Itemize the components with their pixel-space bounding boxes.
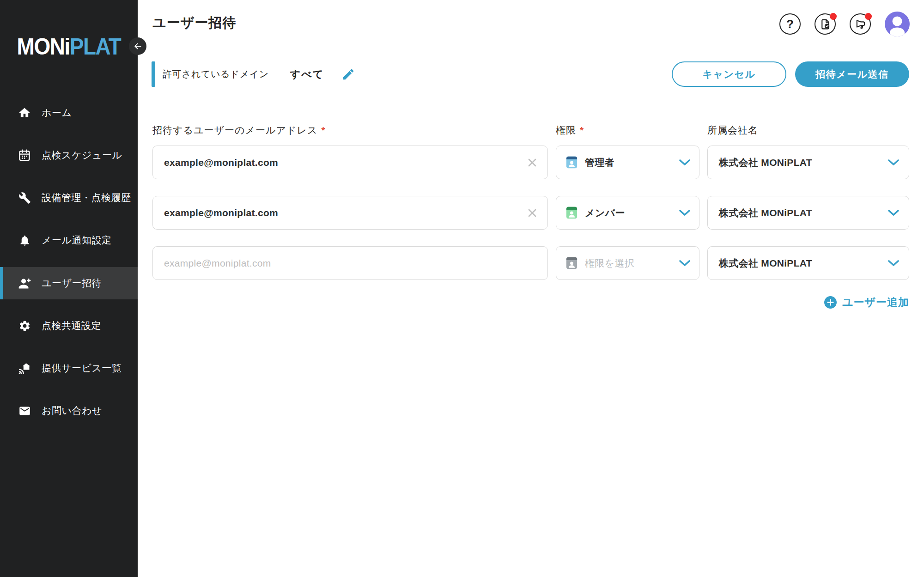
invite-row-1: 管理者 株式会社 MONiPLAT (152, 146, 909, 179)
clear-email-button[interactable] (526, 157, 538, 169)
logo-text-blue: PLAT (70, 34, 121, 60)
sidebar-item-user-invite[interactable]: ユーザー招待 (0, 267, 138, 299)
sidebar-item-equipment-history[interactable]: 設備管理・点検履歴 (0, 182, 138, 214)
role-badge-icon (565, 206, 579, 220)
header-icons: ? (779, 12, 910, 36)
close-icon (526, 157, 538, 169)
cancel-button[interactable]: キャンセル (672, 61, 786, 87)
sidebar-item-label: メール通知設定 (42, 234, 111, 247)
plus-circle-icon (824, 296, 837, 309)
company-select[interactable]: 株式会社 MONiPLAT (707, 246, 909, 280)
megaphone-icon (854, 18, 867, 30)
person-add-icon (18, 276, 31, 290)
role-badge-icon (565, 155, 579, 170)
company-select[interactable]: 株式会社 MONiPLAT (707, 196, 909, 230)
announcements-button[interactable] (850, 13, 871, 35)
sidebar-item-label: ユーザー招待 (42, 277, 102, 290)
invite-row-2: メンバー 株式会社 MONiPLAT (152, 196, 909, 230)
notification-dot (865, 13, 872, 20)
add-user-label: ユーザー追加 (842, 295, 909, 310)
edit-domain-button[interactable] (341, 67, 355, 81)
sidebar-item-home[interactable]: ホーム (0, 97, 138, 129)
company-select[interactable]: 株式会社 MONiPLAT (707, 146, 909, 179)
sidebar-item-services[interactable]: 提供サービス一覧 (0, 352, 138, 384)
page-title: ユーザー招待 (152, 14, 236, 32)
email-field (152, 246, 548, 280)
send-invite-button[interactable]: 招待メール送信 (795, 61, 909, 87)
calendar-icon (18, 148, 31, 162)
allowed-domain-row: 許可されているドメイン すべて (152, 61, 355, 87)
accent-bar (152, 61, 155, 87)
bell-icon (18, 233, 31, 247)
help-icon: ? (786, 18, 794, 30)
chevron-down-icon (679, 260, 691, 267)
role-select[interactable]: メンバー (556, 196, 699, 230)
email-field (152, 196, 548, 230)
company-value: 株式会社 MONiPLAT (719, 257, 812, 270)
logo-text-white: MONi (17, 34, 70, 60)
gear-icon (18, 319, 31, 333)
allowed-domain-label: 許可されているドメイン (163, 68, 269, 80)
allowed-domain-value: すべて (290, 67, 324, 81)
sidebar-item-contact[interactable]: お問い合わせ (0, 395, 138, 427)
pencil-icon (341, 67, 355, 81)
role-select[interactable]: 管理者 (556, 146, 699, 179)
role-placeholder: 権限を選択 (585, 257, 634, 270)
chevron-down-icon (679, 159, 691, 166)
sidebar-item-label: 提供サービス一覧 (42, 362, 122, 375)
sidebar-collapse-button[interactable] (129, 37, 146, 55)
chevron-down-icon (888, 209, 900, 216)
sidebar-item-label: 設備管理・点検履歴 (42, 191, 131, 204)
arrow-left-icon (133, 42, 142, 51)
user-invite-page: MONiPLAT ホーム 点検スケジュー (0, 0, 924, 577)
release-notes-button[interactable] (815, 13, 836, 35)
chevron-down-icon (679, 209, 691, 216)
home-icon (18, 106, 31, 120)
required-asterisk: * (321, 125, 325, 135)
add-user-button[interactable]: ユーザー追加 (824, 295, 909, 310)
email-column-label: 招待するユーザーのメールアドレス* (152, 124, 326, 137)
sidebar-item-mail-notification[interactable]: メール通知設定 (0, 224, 138, 256)
email-input[interactable] (153, 258, 547, 269)
email-field (152, 146, 548, 179)
invite-row-3: 権限を選択 株式会社 MONiPLAT (152, 246, 909, 280)
role-value: メンバー (585, 207, 625, 219)
required-asterisk: * (580, 125, 584, 135)
user-icon (885, 12, 910, 36)
sidebar-item-label: 点検スケジュール (42, 149, 122, 162)
help-button[interactable]: ? (779, 13, 801, 35)
chevron-down-icon (888, 159, 900, 166)
sidebar-item-label: 点検共通設定 (42, 319, 101, 332)
avatar[interactable] (885, 12, 910, 36)
header-divider (138, 46, 924, 46)
role-value: 管理者 (585, 156, 614, 169)
role-column-label: 権限* (556, 124, 584, 137)
sidebar: MONiPLAT ホーム 点検スケジュー (0, 0, 138, 577)
email-input[interactable] (153, 157, 526, 168)
service-home-icon (18, 361, 31, 375)
envelope-icon (18, 404, 31, 418)
sidebar-item-common-settings[interactable]: 点検共通設定 (0, 310, 138, 342)
notification-dot (830, 13, 837, 20)
chevron-down-icon (888, 260, 900, 267)
company-value: 株式会社 MONiPLAT (719, 156, 812, 169)
sidebar-item-label: ホーム (42, 106, 72, 119)
email-input[interactable] (153, 207, 526, 219)
company-column-label: 所属会社名 (707, 124, 758, 137)
role-select[interactable]: 権限を選択 (556, 246, 699, 280)
company-value: 株式会社 MONiPLAT (719, 207, 812, 219)
sidebar-item-inspection-schedule[interactable]: 点検スケジュール (0, 139, 138, 171)
moniplat-logo: MONiPLAT (0, 33, 138, 60)
close-icon (526, 207, 538, 219)
clear-email-button[interactable] (526, 207, 538, 219)
wrench-icon (18, 191, 31, 205)
role-badge-icon (565, 256, 579, 270)
sidebar-item-label: お問い合わせ (42, 404, 102, 417)
document-check-icon (819, 18, 832, 30)
